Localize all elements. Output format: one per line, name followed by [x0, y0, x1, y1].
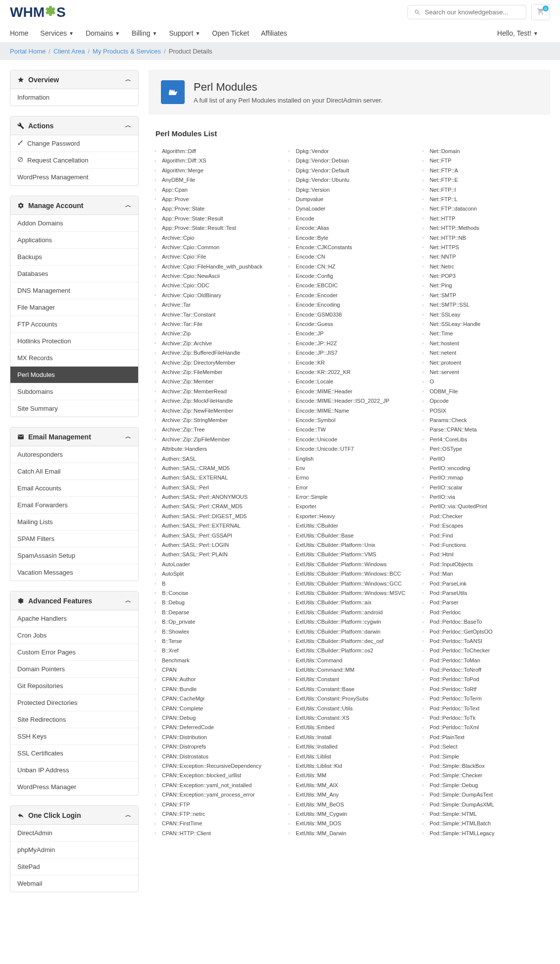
- module-item[interactable]: ›Dpkg::Vendor::Ubuntu: [282, 175, 416, 185]
- nav-open-ticket[interactable]: Open Ticket: [212, 29, 249, 37]
- module-item[interactable]: ›Encode::CN: [282, 252, 416, 262]
- module-item[interactable]: ›ExtUtils::CBuilder::Base: [282, 531, 416, 540]
- module-item[interactable]: ›Perl4::CoreLibs: [416, 435, 550, 444]
- module-item[interactable]: ›ExtUtils::CBuilder::Platform::Windows: [282, 560, 416, 569]
- module-item[interactable]: ›Authen::SASL::Perl::GSSAPI: [149, 531, 282, 540]
- module-item[interactable]: ›Encode::Encoding: [282, 300, 416, 310]
- module-item[interactable]: ›Encode::EBCDIC: [282, 281, 416, 290]
- module-item[interactable]: ›CPAN::CacheMgr: [149, 694, 282, 703]
- sidebar-item-protected-directories[interactable]: Protected Directories: [10, 695, 138, 711]
- module-item[interactable]: ›Net::Netrc: [416, 262, 550, 271]
- module-item[interactable]: ›Dumpvalue: [282, 195, 416, 204]
- module-item[interactable]: ›Net::SMTP::SSL: [416, 300, 550, 310]
- module-item[interactable]: ›CPAN::Complete: [149, 704, 282, 713]
- module-item[interactable]: ›Archive::Zip::Tree: [149, 425, 282, 434]
- module-item[interactable]: ›Pod::Perldoc: [416, 608, 550, 617]
- module-item[interactable]: ›Algorithm::Diff: [149, 147, 282, 156]
- sidebar-item-wordpress-management[interactable]: WordPress Management: [10, 169, 138, 185]
- module-item[interactable]: ›B::Concise: [149, 589, 282, 598]
- nav-home[interactable]: Home: [10, 29, 28, 37]
- nav-support[interactable]: Support▼: [169, 29, 200, 37]
- module-item[interactable]: ›AutoSplit: [149, 569, 282, 579]
- module-item[interactable]: ›PerlIO::encoding: [416, 464, 550, 473]
- module-item[interactable]: ›CPAN::Exception::blocked_urllist: [149, 771, 282, 780]
- module-item[interactable]: ›ExtUtils::Constant::Utils: [282, 704, 416, 713]
- sidebar-item-apache-handlers[interactable]: Apache Handlers: [10, 610, 138, 627]
- manage-header[interactable]: Manage Account︿: [10, 196, 138, 215]
- breadcrumb-item[interactable]: My Products & Services: [93, 48, 161, 55]
- module-item[interactable]: ›Encode::MIME::Name: [282, 406, 416, 416]
- module-item[interactable]: ›Pod::ParseUtils: [416, 589, 550, 598]
- module-item[interactable]: ›ExtUtils::CBuilder::Platform::android: [282, 608, 416, 617]
- module-item[interactable]: ›ExtUtils::Liblist: [282, 752, 416, 761]
- module-item[interactable]: ›Archive::Zip::ZipFileMember: [149, 435, 282, 444]
- module-item[interactable]: ›Pod::Perldoc::ToNroff: [416, 665, 550, 675]
- module-item[interactable]: ›Pod::Perldoc::ToANSI: [416, 637, 550, 646]
- module-item[interactable]: ›Pod::Simple::Checker: [416, 771, 550, 780]
- sidebar-item-directadmin[interactable]: DirectAdmin: [10, 825, 138, 842]
- module-item[interactable]: ›Net::HTTPS: [416, 243, 550, 252]
- module-item[interactable]: ›Net::protoent: [416, 358, 550, 368]
- sidebar-item-webmail[interactable]: Webmail: [10, 875, 138, 892]
- module-item[interactable]: ›Error: [282, 483, 416, 492]
- module-item[interactable]: ›ExtUtils::MM: [282, 771, 416, 780]
- module-item[interactable]: ›App::Prove::State::Result::Test: [149, 223, 282, 233]
- module-item[interactable]: ›Pod::Simple: [416, 752, 550, 761]
- module-item[interactable]: ›Pod::Simple::HTML: [416, 809, 550, 819]
- module-item[interactable]: ›Net::HTTP: [416, 214, 550, 223]
- breadcrumb-item[interactable]: Portal Home: [10, 48, 46, 55]
- module-item[interactable]: ›Authen::SASL::EXTERNAL: [149, 473, 282, 482]
- module-item[interactable]: ›ExtUtils::MM_Darwin: [282, 829, 416, 838]
- email-header[interactable]: Email Management︿: [10, 428, 138, 446]
- module-item[interactable]: ›Net::FTP::A: [416, 166, 550, 175]
- module-item[interactable]: ›Net::NNTP: [416, 252, 550, 262]
- module-item[interactable]: ›Encode::JP::H2Z: [282, 339, 416, 348]
- module-item[interactable]: ›Archive::Zip::MemberRead: [149, 387, 282, 396]
- module-item[interactable]: ›ExtUtils::CBuilder::Platform::VMS: [282, 550, 416, 559]
- module-item[interactable]: ›Pod::Select: [416, 742, 550, 751]
- module-item[interactable]: ›Exporter: [282, 502, 416, 511]
- module-item[interactable]: ›PerlIO::via::QuotedPrint: [416, 502, 550, 511]
- module-item[interactable]: ›Encode::MIME::Header: [282, 387, 416, 396]
- sidebar-item-vacation-messages[interactable]: Vacation Messages: [10, 564, 138, 581]
- nav-domains[interactable]: Domains▼: [86, 29, 120, 37]
- module-item[interactable]: ›Exporter::Heavy: [282, 512, 416, 521]
- module-item[interactable]: ›CPAN::DeferredCode: [149, 723, 282, 732]
- module-item[interactable]: ›Net::FTP::E: [416, 175, 550, 185]
- module-item[interactable]: ›Pod::Simple::Debug: [416, 781, 550, 790]
- module-item[interactable]: ›PerlIO::mmap: [416, 473, 550, 482]
- sidebar-item-custom-error-pages[interactable]: Custom Error Pages: [10, 644, 138, 661]
- search-input[interactable]: [425, 8, 520, 16]
- sidebar-item-site-redirections[interactable]: Site Redirections: [10, 711, 138, 728]
- module-item[interactable]: ›CPAN::FTP::netrc: [149, 809, 282, 819]
- module-item[interactable]: ›CPAN::Distroprefs: [149, 742, 282, 751]
- module-item[interactable]: ›ExtUtils::CBuilder::Platform::os2: [282, 646, 416, 655]
- module-item[interactable]: ›Pod::Perldoc::ToChecker: [416, 646, 550, 655]
- sidebar-item-databases[interactable]: Databases: [10, 266, 138, 282]
- module-item[interactable]: ›ExtUtils::MM_AIX: [282, 781, 416, 790]
- module-item[interactable]: ›Net::FTP::I: [416, 185, 550, 195]
- sidebar-item-ssl-certificates[interactable]: SSL Certificates: [10, 745, 138, 762]
- logo[interactable]: WHMS: [10, 4, 66, 20]
- module-item[interactable]: ›Archive::Zip::Member: [149, 377, 282, 386]
- module-item[interactable]: ›Parse::CPAN::Meta: [416, 425, 550, 434]
- module-item[interactable]: ›ExtUtils::Constant::ProxySubs: [282, 694, 416, 703]
- module-item[interactable]: ›ExtUtils::CBuilder::Platform::Windows::…: [282, 579, 416, 589]
- module-item[interactable]: ›B::Debug: [149, 598, 282, 607]
- module-item[interactable]: ›ExtUtils::MM_Any: [282, 790, 416, 800]
- module-item[interactable]: ›CPAN::Distrostatus: [149, 752, 282, 761]
- breadcrumb-item[interactable]: Client Area: [53, 48, 85, 55]
- module-item[interactable]: ›Pod::Simple::DumpAsText: [416, 790, 550, 800]
- module-item[interactable]: ›Pod::Perldoc::ToRtf: [416, 685, 550, 694]
- module-item[interactable]: ›Params::Check: [416, 416, 550, 425]
- sidebar-item-subdomains[interactable]: Subdomains: [10, 383, 138, 400]
- module-item[interactable]: ›Encode::MIME::Header::ISO_2022_JP: [282, 396, 416, 406]
- sidebar-item-applications[interactable]: Applications: [10, 232, 138, 249]
- module-item[interactable]: ›Encode::Byte: [282, 233, 416, 243]
- module-item[interactable]: ›Archive::Zip::NewFileMember: [149, 406, 282, 416]
- module-item[interactable]: ›Encode::Alias: [282, 223, 416, 233]
- module-item[interactable]: ›ExtUtils::CBuilder::Platform::darwin: [282, 627, 416, 637]
- module-item[interactable]: ›Archive::Zip::DirectoryMember: [149, 358, 282, 368]
- nav-services[interactable]: Services▼: [40, 29, 74, 37]
- module-item[interactable]: ›Pod::ParseLink: [416, 579, 550, 589]
